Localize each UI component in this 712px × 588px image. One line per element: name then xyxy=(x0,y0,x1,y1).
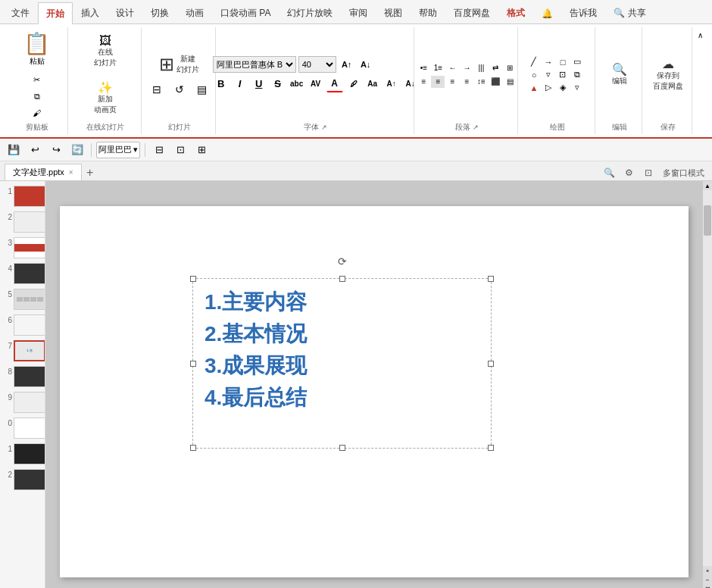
tab-home[interactable]: 开始 xyxy=(38,2,73,24)
multiwindow-button[interactable]: 多窗口模式 xyxy=(660,165,707,180)
slide-thumb-3[interactable]: 3 xyxy=(2,236,43,260)
bullet-list-button[interactable]: •≡ xyxy=(417,62,430,74)
view-btn3[interactable]: ⊞ xyxy=(192,141,211,159)
align-center-button[interactable]: ≡ xyxy=(431,76,445,88)
redo-button[interactable]: ↪ xyxy=(47,141,65,159)
shape-outline[interactable]: ▷ xyxy=(542,82,555,94)
shape-textbox[interactable]: ⊡ xyxy=(556,69,570,81)
tab-bell[interactable]: 🔔 xyxy=(533,2,561,23)
line-spacing-button[interactable]: ↕≡ xyxy=(474,76,488,88)
doc-tab-close[interactable]: × xyxy=(69,168,73,177)
save-toolbar-button[interactable]: 💾 xyxy=(5,141,23,159)
vertical-scrollbar[interactable]: ▲ + − ⊡ ▼ xyxy=(703,181,712,588)
slide-thumb-11[interactable]: 1 xyxy=(2,442,43,466)
para-expand-icon[interactable]: ↗ xyxy=(473,124,479,131)
tab-review[interactable]: 审阅 xyxy=(341,2,376,23)
search-tab-icon[interactable]: 🔍 xyxy=(601,165,617,180)
save-baidu-button[interactable]: ☁ 保存到百度网盘 xyxy=(648,55,688,95)
indent-decrease-button[interactable]: ← xyxy=(445,62,459,74)
shape-roundrect[interactable]: ▭ xyxy=(570,56,584,68)
scroll-up-arrow[interactable]: ▲ xyxy=(703,181,712,190)
undo-button[interactable]: ↩ xyxy=(26,141,44,159)
slide-thumb-10[interactable]: 0 xyxy=(2,416,43,440)
view-btn2[interactable]: ⊡ xyxy=(171,141,189,159)
handle-bottomleft[interactable] xyxy=(190,445,196,451)
tab-view[interactable]: 视图 xyxy=(376,2,411,23)
shape-line[interactable]: ╱ xyxy=(527,56,541,68)
doc-tab[interactable]: 文字处理.pptx × xyxy=(5,164,82,180)
tab-format[interactable]: 格式 xyxy=(498,2,533,23)
slide-thumb-1[interactable]: 1 xyxy=(2,184,43,208)
new-anim-button[interactable]: ✨ 新加动画页 xyxy=(89,79,121,118)
tab-tell-me[interactable]: 告诉我 xyxy=(561,2,605,23)
slide-thumb-7[interactable]: 7 1.主 xyxy=(2,339,43,363)
settings-tab-icon[interactable]: ⚙ xyxy=(620,165,637,180)
online-slides-button[interactable]: 🖼 在线幻灯片 xyxy=(89,32,121,71)
strikethrough-button[interactable]: S xyxy=(270,76,286,92)
shape-effect[interactable]: ◈ xyxy=(556,82,570,94)
increase-font-button[interactable]: A↑ xyxy=(339,56,355,73)
scroll-zoom-minus[interactable]: − xyxy=(703,575,712,584)
slide-thumb-2[interactable]: 2 xyxy=(2,210,43,234)
shape-arrange[interactable]: ⧉ xyxy=(570,69,584,81)
handle-topcenter[interactable] xyxy=(339,276,345,282)
font-arrow-up[interactable]: A↑ xyxy=(383,76,400,92)
clear-format-button[interactable]: AV xyxy=(308,76,324,92)
tab-design[interactable]: 设计 xyxy=(108,2,142,23)
font-name-select[interactable]: 阿里巴巴普惠体 B xyxy=(213,56,296,73)
view-btn1[interactable]: ⊟ xyxy=(150,141,168,159)
cut-button[interactable]: ✂ xyxy=(28,72,46,87)
slide-thumb-12[interactable]: 2 xyxy=(2,468,43,492)
number-list-button[interactable]: 1≡ xyxy=(431,62,445,74)
tab-share[interactable]: 🔍 共享 xyxy=(605,2,654,23)
slide-thumb-5[interactable]: 5 xyxy=(2,287,43,311)
tab-file[interactable]: 文件 xyxy=(3,2,38,23)
new-tab-button[interactable]: + xyxy=(82,165,98,180)
text-direction-button[interactable]: ⇄ xyxy=(489,62,502,74)
tab-help[interactable]: 帮助 xyxy=(411,2,445,23)
tab-transition[interactable]: 切换 xyxy=(142,2,177,23)
justify-button[interactable]: ≡ xyxy=(460,76,473,88)
font-expand-icon[interactable]: ↗ xyxy=(321,124,327,131)
slide-thumb-6[interactable]: 6 xyxy=(2,313,43,337)
bold-button[interactable]: B xyxy=(213,76,230,92)
shape-rect[interactable]: □ xyxy=(556,56,570,68)
edit-button[interactable]: 🔍 编辑 xyxy=(604,61,635,89)
scroll-fit[interactable]: ⊡ xyxy=(703,584,712,588)
slide-thumb-9[interactable]: 9 xyxy=(2,390,43,414)
scroll-zoom-plus[interactable]: + xyxy=(703,566,712,575)
handle-midright[interactable] xyxy=(488,361,494,367)
indent-increase-button[interactable]: → xyxy=(460,62,473,74)
new-slide-button[interactable]: ⊞ 新建幻灯片 xyxy=(155,51,204,78)
font-color-button[interactable]: A xyxy=(326,76,343,92)
copy-button[interactable]: ⧉ xyxy=(28,89,46,104)
slide-thumb-4[interactable]: 4 xyxy=(2,261,43,286)
shadow-button[interactable]: abc xyxy=(289,76,305,92)
ribbon-collapse-button[interactable]: ∧ xyxy=(694,29,706,41)
shape-fill[interactable]: ▲ xyxy=(527,82,541,94)
window-tab-icon[interactable]: ⊡ xyxy=(640,165,657,180)
scroll-thumb-v[interactable] xyxy=(704,205,711,236)
columns-button[interactable]: ||| xyxy=(474,62,488,74)
shape-extra[interactable]: ▿ xyxy=(570,82,584,94)
para-more-button[interactable]: ▤ xyxy=(503,76,517,88)
handle-bottomright[interactable] xyxy=(488,445,494,451)
handle-topleft[interactable] xyxy=(190,276,196,282)
font-size-select[interactable]: 40 xyxy=(298,56,336,73)
slide-text-content[interactable]: 1.主要内容 2.基本情况 3.成果展现 4.最后总结 xyxy=(193,279,491,421)
tab-insert[interactable]: 插入 xyxy=(73,2,108,23)
para-spacing-button[interactable]: ⬛ xyxy=(489,76,502,88)
highlight-button[interactable]: 🖊 xyxy=(345,76,362,92)
shape-circle[interactable]: ○ xyxy=(527,69,541,81)
paste-button[interactable]: 📋 粘贴 xyxy=(20,29,54,69)
rotate-handle[interactable]: ⟳ xyxy=(336,255,348,267)
slide-section-button[interactable]: ▤ xyxy=(192,80,213,99)
slide-thumb-8[interactable]: 8 xyxy=(2,364,43,389)
refresh-button[interactable]: 🔄 xyxy=(68,141,86,159)
tab-pa[interactable]: 口袋动画 PA xyxy=(212,2,279,23)
tab-slideshow[interactable]: 幻灯片放映 xyxy=(279,2,341,23)
align-right-button[interactable]: ≡ xyxy=(445,76,459,88)
decrease-font-button[interactable]: A↓ xyxy=(358,56,374,73)
italic-button[interactable]: I xyxy=(232,76,248,92)
slide-reset-button[interactable]: ↺ xyxy=(169,80,190,99)
